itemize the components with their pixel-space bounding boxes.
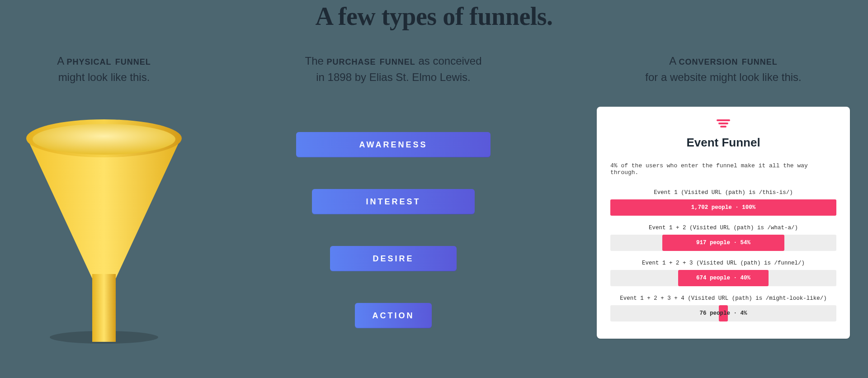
card-title: Event Funnel <box>686 136 760 150</box>
card-subtitle: 4% of the users who enter the funnel mak… <box>610 162 836 176</box>
event-bar-track: 76 people · 4% <box>610 305 836 321</box>
funnel-icon <box>717 119 730 128</box>
physical-funnel-caption: A physical funnel might look like this. <box>57 52 151 85</box>
event-list: Event 1 (Visited URL (path) is /this-is/… <box>610 189 836 331</box>
event-bar-fill: 1,702 people · 100% <box>610 199 836 216</box>
event-bar-track: 1,702 people · 100% <box>610 199 836 216</box>
funnel-icon <box>18 111 190 346</box>
event-funnel-card: Event Funnel 4% of the users who enter t… <box>597 107 850 339</box>
event-row: Event 1 + 2 (Visited URL (path) is /what… <box>610 225 836 251</box>
event-label: Event 1 + 2 + 3 (Visited URL (path) is /… <box>642 260 805 266</box>
event-bar-fill: 674 people · 40% <box>678 270 769 286</box>
event-label: Event 1 (Visited URL (path) is /this-is/… <box>654 189 793 196</box>
page: A few types of funnels. A physical funne… <box>0 0 868 378</box>
event-row: Event 1 + 2 + 3 (Visited URL (path) is /… <box>610 260 836 286</box>
event-bar-fill <box>719 305 728 321</box>
caption-text: A <box>669 55 679 67</box>
columns: A physical funnel might look like this. <box>0 31 868 378</box>
aida-stage-interest: INTEREST <box>312 189 475 214</box>
caption-text: for a website might look like this. <box>645 71 801 83</box>
caption-text: The <box>305 55 326 67</box>
conversion-funnel-column: A conversion funnel for a website might … <box>579 52 868 378</box>
caption-term: purchase funnel <box>327 54 415 67</box>
conversion-funnel-caption: A conversion funnel for a website might … <box>645 52 801 85</box>
event-label: Event 1 + 2 (Visited URL (path) is /what… <box>649 225 798 231</box>
page-title: A few types of funnels. <box>315 2 552 31</box>
purchase-funnel-caption: The purchase funnel as conceived in 1898… <box>305 52 481 85</box>
caption-term: conversion funnel <box>679 54 778 67</box>
caption-term: physical funnel <box>67 54 151 67</box>
event-bar-fill: 917 people · 54% <box>662 235 784 251</box>
event-label: Event 1 + 2 + 3 + 4 (Visited URL (path) … <box>620 295 827 302</box>
caption-text: in 1898 by Elias St. Elmo Lewis. <box>316 71 471 83</box>
caption-text: as conceived <box>415 55 482 67</box>
event-bar-track: 674 people · 40% <box>610 270 836 286</box>
event-bar-track: 917 people · 54% <box>610 235 836 251</box>
event-row: Event 1 + 2 + 3 + 4 (Visited URL (path) … <box>610 295 836 321</box>
event-row: Event 1 (Visited URL (path) is /this-is/… <box>610 189 836 216</box>
aida-stages: AWARENESS INTEREST DESIRE ACTION <box>296 107 491 328</box>
physical-funnel-column: A physical funnel might look like this. <box>0 52 208 378</box>
svg-rect-1 <box>92 274 116 342</box>
caption-text: A <box>57 55 66 67</box>
svg-point-3 <box>33 124 175 155</box>
aida-stage-desire: DESIRE <box>330 246 457 271</box>
caption-text: might look like this. <box>58 71 150 83</box>
physical-funnel-illustration <box>18 107 190 346</box>
aida-stage-action: ACTION <box>355 303 432 328</box>
aida-stage-awareness: AWARENESS <box>296 132 491 157</box>
purchase-funnel-column: The purchase funnel as conceived in 1898… <box>208 52 579 378</box>
